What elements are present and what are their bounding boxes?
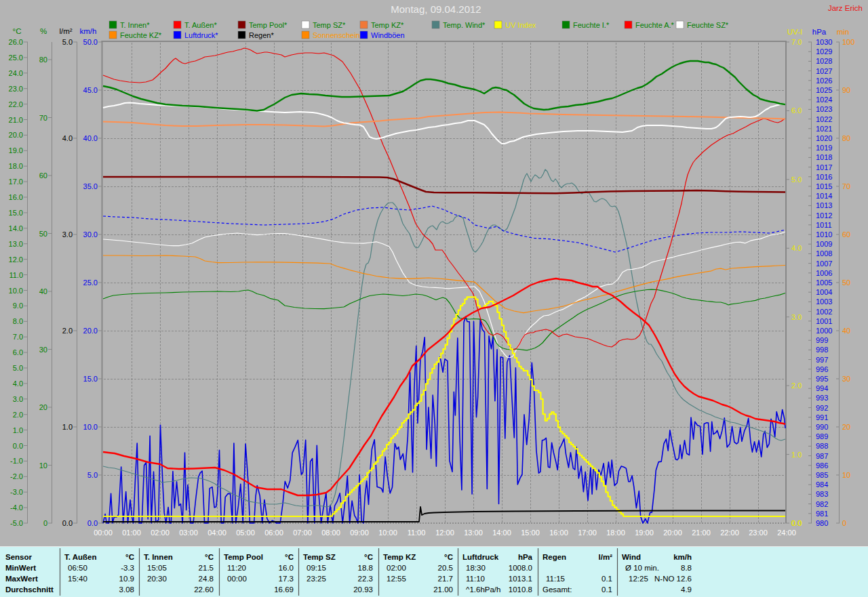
svg-text:Ø 10 min.: Ø 10 min. (625, 564, 659, 572)
svg-text:9.0: 9.0 (13, 302, 23, 310)
svg-text:26.0: 26.0 (9, 38, 23, 46)
svg-text:T. Innen*: T. Innen* (120, 21, 150, 29)
svg-text:12:25: 12:25 (629, 575, 648, 583)
svg-text:T. Außen: T. Außen (64, 553, 97, 561)
svg-text:18.0: 18.0 (9, 162, 23, 170)
svg-text:-4.0: -4.0 (10, 503, 23, 512)
svg-text:24.8: 24.8 (199, 575, 214, 583)
svg-text:04:00: 04:00 (208, 529, 226, 537)
svg-text:2.0: 2.0 (13, 411, 23, 419)
svg-text:20.93: 20.93 (353, 585, 373, 594)
svg-text:30: 30 (842, 375, 850, 383)
svg-text:1025: 1025 (816, 86, 832, 94)
svg-text:1009: 1009 (816, 240, 832, 248)
svg-text:Feuchte A.*: Feuchte A.* (635, 21, 675, 29)
svg-text:60: 60 (39, 171, 47, 180)
svg-text:Temp SZ*: Temp SZ* (313, 21, 346, 29)
svg-text:8.0: 8.0 (13, 317, 23, 325)
svg-text:18:00: 18:00 (606, 529, 625, 537)
svg-text:991: 991 (816, 413, 828, 421)
svg-text:0: 0 (842, 519, 846, 527)
svg-text:%: % (40, 27, 47, 35)
svg-text:06:50: 06:50 (68, 564, 87, 572)
svg-text:21.5: 21.5 (199, 564, 214, 572)
svg-text:11:15: 11:15 (546, 575, 565, 583)
svg-text:1016: 1016 (816, 173, 832, 181)
svg-text:6.0: 6.0 (13, 348, 23, 356)
svg-text:45.0: 45.0 (83, 86, 98, 94)
svg-text:11:20: 11:20 (227, 564, 246, 572)
svg-text:1024: 1024 (816, 96, 832, 104)
svg-text:5.0: 5.0 (87, 471, 98, 479)
svg-text:5.0: 5.0 (791, 176, 802, 184)
svg-text:60: 60 (842, 230, 850, 239)
svg-text:01:00: 01:00 (122, 529, 141, 537)
svg-text:10.0: 10.0 (83, 423, 98, 431)
svg-text:1022: 1022 (816, 115, 832, 123)
svg-text:N-NO 12.6: N-NO 12.6 (654, 575, 692, 583)
svg-text:1026: 1026 (816, 77, 832, 85)
svg-text:10.9: 10.9 (119, 575, 134, 583)
svg-text:°C: °C (205, 553, 214, 561)
svg-text:1017: 1017 (816, 163, 832, 171)
svg-text:998: 998 (816, 346, 828, 354)
svg-text:Luftdruck: Luftdruck (462, 553, 499, 561)
svg-text:02:00: 02:00 (387, 564, 406, 572)
svg-text:10.0: 10.0 (9, 287, 23, 295)
svg-text:17.3: 17.3 (279, 575, 294, 583)
svg-text:Windböen: Windböen (371, 31, 405, 39)
svg-text:1028: 1028 (816, 57, 832, 65)
svg-text:T. Außen*: T. Außen* (184, 21, 217, 29)
svg-text:994: 994 (816, 384, 828, 392)
svg-text:40: 40 (842, 327, 850, 335)
svg-text:15:00: 15:00 (521, 529, 540, 537)
svg-text:UV-I: UV-I (787, 28, 802, 36)
svg-text:0.0: 0.0 (62, 519, 73, 527)
svg-text:1008: 1008 (816, 249, 832, 258)
svg-text:1029: 1029 (816, 47, 832, 56)
svg-text:10: 10 (39, 461, 47, 470)
svg-text:Feuchte SZ*: Feuchte SZ* (687, 21, 729, 29)
svg-text:40: 40 (39, 287, 47, 295)
svg-text:15.0: 15.0 (83, 375, 98, 383)
svg-text:Montag, 09.04.2012: Montag, 09.04.2012 (391, 3, 481, 15)
svg-text:10:00: 10:00 (378, 529, 397, 537)
svg-text:Temp SZ: Temp SZ (303, 553, 336, 561)
svg-text:35.0: 35.0 (83, 182, 98, 190)
svg-text:Luftdruck*: Luftdruck* (184, 31, 218, 39)
svg-text:20.5: 20.5 (438, 564, 453, 572)
svg-text:1019: 1019 (816, 144, 832, 152)
svg-text:23:00: 23:00 (749, 529, 768, 537)
svg-text:1021: 1021 (816, 125, 832, 133)
svg-text:4.9: 4.9 (681, 585, 692, 594)
svg-text:09:00: 09:00 (350, 529, 369, 537)
svg-text:1023: 1023 (816, 105, 832, 113)
svg-text:°C: °C (444, 553, 453, 561)
svg-text:50: 50 (842, 279, 850, 287)
svg-text:00:00: 00:00 (94, 529, 113, 537)
svg-text:25.0: 25.0 (9, 54, 23, 62)
svg-text:UV Index: UV Index (505, 21, 536, 29)
svg-text:989: 989 (816, 432, 828, 440)
svg-text:07:00: 07:00 (293, 529, 312, 537)
svg-text:0.0: 0.0 (87, 519, 98, 527)
svg-text:16:00: 16:00 (549, 529, 568, 537)
svg-text:1030: 1030 (816, 38, 832, 46)
svg-text:MinWert: MinWert (5, 564, 36, 572)
svg-text:Sonnenschein: Sonnenschein (313, 31, 360, 39)
svg-text:l/m²: l/m² (59, 27, 72, 35)
svg-text:80: 80 (842, 134, 850, 142)
svg-text:03:00: 03:00 (179, 529, 198, 537)
svg-text:1015: 1015 (816, 182, 832, 190)
svg-text:Temp KZ*: Temp KZ* (371, 21, 404, 29)
svg-text:15:40: 15:40 (68, 575, 87, 583)
svg-text:Wind: Wind (622, 553, 641, 561)
svg-text:1.0: 1.0 (62, 423, 73, 431)
svg-text:-1.0: -1.0 (10, 457, 23, 465)
svg-text:3.08: 3.08 (119, 585, 134, 594)
svg-text:993: 993 (816, 394, 828, 402)
svg-text:70: 70 (39, 114, 47, 122)
svg-text:hPa: hPa (518, 553, 533, 561)
svg-text:12:55: 12:55 (387, 575, 406, 583)
svg-text:22.0: 22.0 (9, 100, 23, 108)
